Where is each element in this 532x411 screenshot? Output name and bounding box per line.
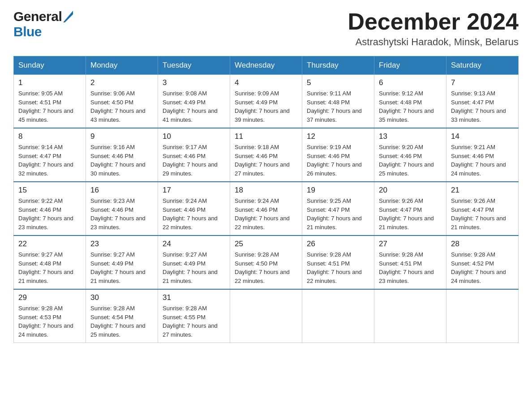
calendar-cell <box>230 289 302 343</box>
calendar-cell: 16Sunrise: 9:23 AMSunset: 4:46 PMDayligh… <box>86 182 158 235</box>
calendar-cell: 24Sunrise: 9:27 AMSunset: 4:49 PMDayligh… <box>158 235 230 289</box>
calendar-cell: 21Sunrise: 9:26 AMSunset: 4:47 PMDayligh… <box>446 182 519 235</box>
calendar-cell <box>374 289 446 343</box>
day-number: 24 <box>163 240 225 248</box>
month-title: December 2024 <box>348 9 519 34</box>
day-number: 22 <box>18 240 81 248</box>
day-info: Sunrise: 9:17 AMSunset: 4:46 PMDaylight:… <box>163 143 225 178</box>
day-info: Sunrise: 9:13 AMSunset: 4:47 PMDaylight:… <box>451 89 514 124</box>
day-number: 20 <box>379 186 442 195</box>
calendar-cell: 14Sunrise: 9:21 AMSunset: 4:46 PMDayligh… <box>446 128 519 182</box>
day-info: Sunrise: 9:28 AMSunset: 4:54 PMDaylight:… <box>90 304 153 339</box>
calendar-table: SundayMondayTuesdayWednesdayThursdayFrid… <box>13 56 519 343</box>
day-info: Sunrise: 9:18 AMSunset: 4:46 PMDaylight:… <box>235 143 297 178</box>
calendar-cell: 10Sunrise: 9:17 AMSunset: 4:46 PMDayligh… <box>158 128 230 182</box>
calendar-cell: 25Sunrise: 9:28 AMSunset: 4:50 PMDayligh… <box>230 235 302 289</box>
day-number: 14 <box>451 132 514 141</box>
day-info: Sunrise: 9:09 AMSunset: 4:49 PMDaylight:… <box>235 89 297 124</box>
day-info: Sunrise: 9:23 AMSunset: 4:46 PMDaylight:… <box>90 197 153 231</box>
weekday-header-sunday: Sunday <box>14 56 86 75</box>
day-number: 30 <box>90 293 153 302</box>
calendar-cell: 23Sunrise: 9:27 AMSunset: 4:49 PMDayligh… <box>86 235 158 289</box>
day-info: Sunrise: 9:19 AMSunset: 4:46 PMDaylight:… <box>307 143 369 178</box>
weekday-header-thursday: Thursday <box>302 56 374 75</box>
calendar-cell: 3Sunrise: 9:08 AMSunset: 4:49 PMDaylight… <box>158 75 230 128</box>
day-number: 8 <box>18 132 81 141</box>
day-number: 29 <box>18 293 81 302</box>
calendar-cell <box>302 289 374 343</box>
calendar-cell: 17Sunrise: 9:24 AMSunset: 4:46 PMDayligh… <box>158 182 230 235</box>
day-number: 13 <box>379 132 442 141</box>
header-right: December 2024 Astrashytski Haradok, Mins… <box>348 9 519 48</box>
calendar-cell: 13Sunrise: 9:20 AMSunset: 4:46 PMDayligh… <box>374 128 446 182</box>
day-number: 1 <box>18 78 81 87</box>
day-number: 31 <box>163 293 225 302</box>
calendar-cell: 11Sunrise: 9:18 AMSunset: 4:46 PMDayligh… <box>230 128 302 182</box>
logo-general-text: General <box>13 9 62 24</box>
week-row-2: 8Sunrise: 9:14 AMSunset: 4:47 PMDaylight… <box>14 128 519 182</box>
day-number: 18 <box>235 186 297 195</box>
day-info: Sunrise: 9:06 AMSunset: 4:50 PMDaylight:… <box>90 89 153 124</box>
day-number: 25 <box>235 240 297 248</box>
day-info: Sunrise: 9:28 AMSunset: 4:52 PMDaylight:… <box>451 250 514 285</box>
day-info: Sunrise: 9:28 AMSunset: 4:51 PMDaylight:… <box>379 250 442 285</box>
day-number: 11 <box>235 132 297 141</box>
day-number: 12 <box>307 132 369 141</box>
day-number: 15 <box>18 186 81 195</box>
calendar-cell: 31Sunrise: 9:28 AMSunset: 4:55 PMDayligh… <box>158 289 230 343</box>
calendar-cell: 7Sunrise: 9:13 AMSunset: 4:47 PMDaylight… <box>446 75 519 128</box>
day-number: 21 <box>451 186 514 195</box>
day-number: 4 <box>235 78 297 87</box>
logo-blue-text: Blue <box>13 24 42 39</box>
weekday-header-wednesday: Wednesday <box>230 56 302 75</box>
weekday-header-monday: Monday <box>86 56 158 75</box>
calendar-cell: 28Sunrise: 9:28 AMSunset: 4:52 PMDayligh… <box>446 235 519 289</box>
weekday-header-tuesday: Tuesday <box>158 56 230 75</box>
calendar-cell: 19Sunrise: 9:25 AMSunset: 4:47 PMDayligh… <box>302 182 374 235</box>
day-info: Sunrise: 9:28 AMSunset: 4:51 PMDaylight:… <box>307 250 369 285</box>
day-info: Sunrise: 9:25 AMSunset: 4:47 PMDaylight:… <box>307 197 369 231</box>
day-info: Sunrise: 9:24 AMSunset: 4:46 PMDaylight:… <box>163 197 225 231</box>
week-row-4: 22Sunrise: 9:27 AMSunset: 4:48 PMDayligh… <box>14 235 519 289</box>
calendar-cell: 26Sunrise: 9:28 AMSunset: 4:51 PMDayligh… <box>302 235 374 289</box>
day-number: 17 <box>163 186 225 195</box>
calendar-cell: 29Sunrise: 9:28 AMSunset: 4:53 PMDayligh… <box>14 289 86 343</box>
calendar-cell: 22Sunrise: 9:27 AMSunset: 4:48 PMDayligh… <box>14 235 86 289</box>
weekday-header-saturday: Saturday <box>446 56 519 75</box>
day-number: 9 <box>90 132 153 141</box>
day-number: 6 <box>379 78 442 87</box>
week-row-1: 1Sunrise: 9:05 AMSunset: 4:51 PMDaylight… <box>14 75 519 128</box>
day-info: Sunrise: 9:11 AMSunset: 4:48 PMDaylight:… <box>307 89 369 124</box>
calendar-cell: 9Sunrise: 9:16 AMSunset: 4:46 PMDaylight… <box>86 128 158 182</box>
day-number: 3 <box>163 78 225 87</box>
day-info: Sunrise: 9:27 AMSunset: 4:49 PMDaylight:… <box>90 250 153 285</box>
calendar-cell: 12Sunrise: 9:19 AMSunset: 4:46 PMDayligh… <box>302 128 374 182</box>
weekday-header-row: SundayMondayTuesdayWednesdayThursdayFrid… <box>14 56 519 75</box>
day-info: Sunrise: 9:28 AMSunset: 4:55 PMDaylight:… <box>163 304 225 339</box>
calendar-cell: 18Sunrise: 9:24 AMSunset: 4:46 PMDayligh… <box>230 182 302 235</box>
calendar-cell: 6Sunrise: 9:12 AMSunset: 4:48 PMDaylight… <box>374 75 446 128</box>
logo: General Blue <box>13 9 73 39</box>
day-number: 5 <box>307 78 369 87</box>
day-info: Sunrise: 9:27 AMSunset: 4:48 PMDaylight:… <box>18 250 81 285</box>
day-number: 16 <box>90 186 153 195</box>
weekday-header-friday: Friday <box>374 56 446 75</box>
logo-triangle-icon <box>63 11 73 24</box>
day-info: Sunrise: 9:14 AMSunset: 4:47 PMDaylight:… <box>18 143 81 178</box>
day-info: Sunrise: 9:28 AMSunset: 4:50 PMDaylight:… <box>235 250 297 285</box>
day-number: 23 <box>90 240 153 248</box>
location-text: Astrashytski Haradok, Minsk, Belarus <box>348 36 519 48</box>
week-row-3: 15Sunrise: 9:22 AMSunset: 4:46 PMDayligh… <box>14 182 519 235</box>
day-number: 28 <box>451 240 514 248</box>
day-number: 7 <box>451 78 514 87</box>
day-info: Sunrise: 9:08 AMSunset: 4:49 PMDaylight:… <box>163 89 225 124</box>
calendar-cell: 4Sunrise: 9:09 AMSunset: 4:49 PMDaylight… <box>230 75 302 128</box>
calendar-cell: 20Sunrise: 9:26 AMSunset: 4:47 PMDayligh… <box>374 182 446 235</box>
page-header: General Blue December 2024 Astrashytski … <box>13 9 519 48</box>
day-info: Sunrise: 9:05 AMSunset: 4:51 PMDaylight:… <box>18 89 81 124</box>
calendar-cell: 15Sunrise: 9:22 AMSunset: 4:46 PMDayligh… <box>14 182 86 235</box>
day-number: 2 <box>90 78 153 87</box>
day-info: Sunrise: 9:16 AMSunset: 4:46 PMDaylight:… <box>90 143 153 178</box>
day-info: Sunrise: 9:12 AMSunset: 4:48 PMDaylight:… <box>379 89 442 124</box>
day-info: Sunrise: 9:26 AMSunset: 4:47 PMDaylight:… <box>451 197 514 231</box>
